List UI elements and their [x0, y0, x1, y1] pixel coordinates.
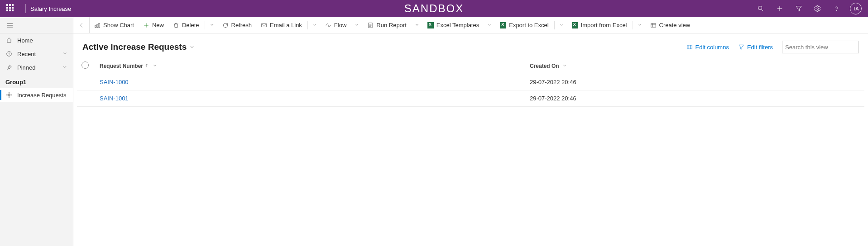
- cmd-label: Export to Excel: [509, 22, 548, 28]
- flow-button[interactable]: Flow: [321, 17, 351, 33]
- environment-label: SANDBOX: [404, 2, 464, 15]
- import-excel-dropdown[interactable]: [634, 22, 646, 28]
- svg-rect-20: [95, 25, 96, 28]
- new-button[interactable]: New: [139, 17, 168, 33]
- records-table: Request Number Created On: [77, 58, 864, 107]
- chevron-down-icon: [62, 64, 67, 71]
- export-excel-dropdown[interactable]: [556, 22, 567, 28]
- col-request-number[interactable]: Request Number: [95, 58, 525, 74]
- cmd-label: Run Report: [376, 22, 406, 28]
- edit-columns-button[interactable]: Edit columns: [682, 44, 734, 51]
- svg-rect-22: [99, 23, 100, 27]
- run-report-button[interactable]: Run Report: [363, 17, 411, 33]
- pin-icon: [5, 64, 13, 71]
- delete-dropdown[interactable]: [206, 22, 218, 28]
- user-avatar[interactable]: TA: [850, 3, 862, 14]
- main-area: Show Chart New Delete Refresh Email a Li…: [73, 17, 868, 246]
- import-excel-button[interactable]: Import from Excel: [567, 17, 632, 33]
- cell-created-on: 29-07-2022 20:46: [525, 74, 864, 90]
- view-header: Active Increase Requests Edit columns Ed…: [73, 33, 868, 58]
- row-select-cell[interactable]: [77, 90, 95, 107]
- clock-icon: [5, 50, 13, 57]
- view-title: Active Increase Requests: [82, 42, 187, 52]
- global-header: Salary Increase SANDBOX TA: [0, 0, 868, 17]
- svg-point-6: [836, 10, 837, 10]
- cmd-label: Delete: [182, 22, 199, 28]
- record-link[interactable]: SAIN-1000: [100, 79, 129, 85]
- sidebar-item-label: Recent: [17, 51, 36, 57]
- entity-icon: [5, 91, 13, 99]
- chevron-down-icon: [153, 63, 157, 69]
- show-chart-button[interactable]: Show Chart: [90, 17, 139, 33]
- cmd-label: Refresh: [231, 22, 252, 28]
- svg-point-5: [817, 8, 819, 9]
- sidebar-item-recent[interactable]: Recent: [0, 47, 73, 61]
- cmd-label: Show Chart: [103, 22, 134, 28]
- svg-point-15: [11, 95, 12, 95]
- flow-dropdown[interactable]: [351, 22, 363, 28]
- edit-filters-button[interactable]: Edit filters: [734, 44, 777, 51]
- svg-line-1: [762, 9, 763, 11]
- table-header-row: Request Number Created On: [77, 58, 864, 74]
- split-separator: [205, 21, 205, 29]
- svg-rect-30: [651, 23, 656, 27]
- excel-templates-button[interactable]: Excel Templates: [423, 17, 484, 33]
- table-row[interactable]: SAIN-100029-07-2022 20:46: [77, 74, 864, 90]
- tool-label: Edit filters: [747, 44, 773, 51]
- record-link[interactable]: SAIN-1001: [100, 95, 129, 102]
- sidebar-item-label: Home: [17, 37, 33, 44]
- create-view-button[interactable]: Create view: [646, 17, 695, 33]
- split-separator: [633, 21, 633, 29]
- add-icon[interactable]: [771, 0, 788, 17]
- svg-point-12: [9, 92, 10, 93]
- col-label: Request Number: [100, 63, 143, 69]
- svg-point-14: [6, 95, 7, 95]
- search-icon[interactable]: [752, 0, 769, 17]
- svg-point-0: [758, 6, 762, 10]
- excel-icon: [427, 22, 434, 28]
- sidebar-item-pinned[interactable]: Pinned: [0, 61, 73, 74]
- email-link-button[interactable]: Email a Link: [256, 17, 307, 33]
- view-title-dropdown[interactable]: Active Increase Requests: [82, 42, 195, 52]
- cmd-label: Import from Excel: [581, 22, 627, 28]
- cell-request-number: SAIN-1000: [95, 74, 525, 90]
- svg-rect-33: [687, 45, 692, 49]
- run-report-dropdown[interactable]: [411, 22, 423, 28]
- excel-templates-dropdown[interactable]: [484, 22, 495, 28]
- home-icon: [5, 37, 13, 44]
- sidebar-item-label: Pinned: [17, 64, 35, 71]
- export-excel-button[interactable]: Export to Excel: [495, 17, 553, 33]
- search-input[interactable]: [785, 44, 861, 51]
- svg-marker-36: [739, 45, 744, 49]
- sidebar-item-increase-requests[interactable]: Increase Requests: [0, 88, 73, 102]
- cmd-label: Email a Link: [270, 22, 302, 28]
- search-box[interactable]: [782, 41, 859, 53]
- chevron-down-icon: [189, 44, 195, 50]
- sidebar-toggle[interactable]: [0, 17, 73, 33]
- app-launcher-icon[interactable]: [6, 4, 15, 13]
- sort-asc-icon: [144, 63, 150, 69]
- table-row[interactable]: SAIN-100129-07-2022 20:46: [77, 90, 864, 107]
- chevron-down-icon: [62, 51, 67, 57]
- delete-button[interactable]: Delete: [168, 17, 204, 33]
- settings-icon[interactable]: [809, 0, 826, 17]
- svg-point-13: [9, 97, 10, 98]
- email-link-dropdown[interactable]: [309, 22, 321, 28]
- col-created-on[interactable]: Created On: [525, 58, 864, 74]
- filter-icon[interactable]: [790, 0, 807, 17]
- split-separator: [554, 21, 555, 29]
- cell-created-on: 29-07-2022 20:46: [525, 90, 864, 107]
- svg-marker-4: [796, 6, 801, 11]
- refresh-button[interactable]: Refresh: [218, 17, 257, 33]
- select-all-circle[interactable]: [82, 62, 89, 69]
- sidebar-group-label: Group1: [0, 74, 73, 88]
- row-select-cell[interactable]: [77, 74, 95, 90]
- col-label: Created On: [530, 63, 559, 69]
- back-button[interactable]: [73, 17, 90, 33]
- sidebar: Home Recent Pinned Group1 Inc: [0, 17, 73, 246]
- help-icon[interactable]: [828, 0, 845, 17]
- cmd-label: New: [152, 22, 164, 28]
- sidebar-item-home[interactable]: Home: [0, 33, 73, 47]
- select-all-header[interactable]: [77, 58, 95, 74]
- tool-label: Edit columns: [695, 44, 729, 51]
